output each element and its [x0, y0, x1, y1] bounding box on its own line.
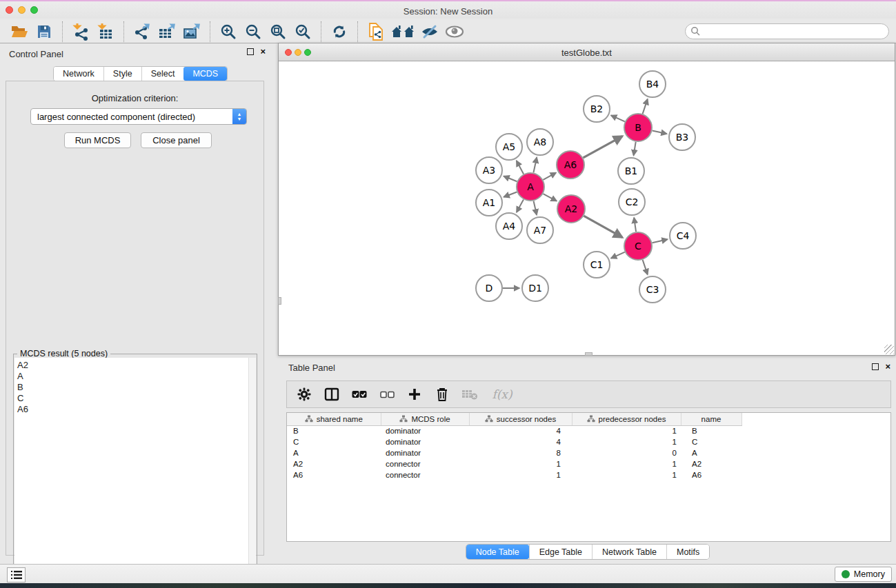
table-cell[interactable]: 1: [469, 458, 572, 469]
zoom-in-icon[interactable]: [218, 22, 239, 41]
graph-node-B2[interactable]: B2: [584, 96, 610, 122]
table-cell[interactable]: 4: [469, 425, 572, 436]
table-row[interactable]: A2connector11A2: [287, 458, 890, 469]
graph-edge-A-A1[interactable]: [504, 192, 517, 197]
graph-node-C3[interactable]: C3: [639, 276, 666, 303]
graph-node-B3[interactable]: B3: [669, 124, 695, 150]
tab-style[interactable]: Style: [103, 67, 141, 81]
table-cell[interactable]: dominator: [381, 436, 469, 447]
table-cell[interactable]: A2: [681, 458, 741, 469]
graph-edge-B-B1[interactable]: [634, 142, 636, 156]
delete-column-trash-icon[interactable]: [433, 385, 451, 403]
resize-grip-icon[interactable]: [884, 345, 894, 354]
graph-node-B1[interactable]: B1: [618, 158, 644, 184]
left-gripper[interactable]: [278, 297, 281, 305]
graph-node-D[interactable]: D: [476, 275, 502, 301]
graph-node-A7[interactable]: A7: [527, 217, 553, 243]
graph-edge-A2-C[interactable]: [584, 216, 622, 237]
column-header-name[interactable]: name: [681, 413, 741, 425]
graph-edge-C-C4[interactable]: [652, 239, 667, 243]
table-cell[interactable]: 1: [572, 436, 681, 447]
import-network-icon[interactable]: [70, 22, 91, 41]
add-column-icon[interactable]: [406, 385, 424, 403]
table-cell[interactable]: 1: [572, 425, 681, 436]
column-settings-gear-icon[interactable]: [295, 385, 313, 403]
mcds-result-item[interactable]: B: [17, 382, 248, 393]
graph-node-A5[interactable]: A5: [496, 134, 522, 160]
graph-node-C4[interactable]: C4: [670, 223, 696, 249]
table-cell[interactable]: A6: [287, 469, 381, 480]
column-header-mcds-role[interactable]: MCDS role: [381, 413, 469, 425]
graph-edge-C-C2[interactable]: [634, 218, 636, 232]
close-panel-button[interactable]: Close panel: [141, 132, 212, 148]
table-cell[interactable]: B: [287, 425, 381, 436]
first-neighbors-icon[interactable]: [390, 22, 415, 41]
graph-node-A8[interactable]: A8: [527, 129, 553, 155]
bottom-gripper[interactable]: [585, 352, 593, 356]
graph-node-B4[interactable]: B4: [639, 71, 666, 97]
search-input[interactable]: [701, 25, 888, 38]
graph-edge-A-A2[interactable]: [543, 194, 556, 201]
graph-node-A3[interactable]: A3: [476, 157, 502, 183]
table-cell[interactable]: 4: [469, 436, 572, 447]
memory-button[interactable]: Memory: [835, 567, 892, 582]
column-header-predecessor-nodes[interactable]: predecessor nodes: [572, 413, 681, 425]
mcds-result-item[interactable]: A2: [17, 360, 248, 371]
graph-edge-A-A5[interactable]: [517, 161, 524, 174]
graph-edge-C-C1[interactable]: [611, 252, 625, 258]
column-header-shared-name[interactable]: shared name: [287, 413, 381, 425]
show-all-icon[interactable]: [444, 22, 465, 41]
table-cell[interactable]: 8: [469, 447, 572, 458]
float-panel-icon[interactable]: [247, 48, 254, 55]
graph-edge-A-A6[interactable]: [543, 173, 556, 180]
table-cell[interactable]: dominator: [381, 425, 469, 436]
export-network-icon[interactable]: [132, 22, 152, 41]
graph-edge-A-A7[interactable]: [534, 201, 537, 214]
result-scrollbar[interactable]: [248, 358, 256, 587]
table-cell[interactable]: A6: [681, 469, 741, 480]
table-cell[interactable]: A2: [287, 458, 381, 469]
graph-edge-B-B3[interactable]: [653, 130, 667, 134]
float-table-panel-icon[interactable]: [872, 363, 879, 370]
criterion-dropdown[interactable]: largest connected component (directed) ▲…: [30, 108, 247, 125]
mcds-result-item[interactable]: A6: [17, 404, 248, 415]
graph-node-A1[interactable]: A1: [476, 190, 502, 216]
task-history-button[interactable]: [7, 567, 26, 582]
split-view-icon[interactable]: [323, 385, 341, 403]
refresh-layout-icon[interactable]: [329, 22, 350, 41]
search-field[interactable]: [685, 23, 889, 39]
delete-table-icon[interactable]: [461, 385, 479, 403]
tab-edge-table[interactable]: Edge Table: [529, 545, 592, 559]
network-canvas[interactable]: B4B2BB3A8A5A6A3B1AC2A1A2A4A7C4CC1DD1C3: [279, 61, 895, 355]
table-row[interactable]: Adominator80A: [287, 447, 890, 458]
graph-node-A6[interactable]: A6: [557, 151, 584, 179]
graph-node-C1[interactable]: C1: [584, 252, 610, 278]
graph-node-A4[interactable]: A4: [496, 213, 522, 239]
table-cell[interactable]: connector: [381, 458, 469, 469]
run-mcds-button[interactable]: Run MCDS: [64, 132, 131, 148]
tab-network[interactable]: Network: [54, 67, 103, 81]
export-image-icon[interactable]: [181, 22, 202, 41]
table-cell[interactable]: connector: [381, 469, 469, 480]
zoom-selected-icon[interactable]: [292, 22, 313, 41]
graph-edge-A-A4[interactable]: [517, 199, 524, 212]
hide-selected-icon[interactable]: [419, 22, 440, 41]
table-cell[interactable]: dominator: [381, 447, 469, 458]
table-row[interactable]: Bdominator41B: [287, 425, 890, 436]
close-panel-icon[interactable]: ×: [260, 48, 266, 55]
table-cell[interactable]: 1: [572, 458, 681, 469]
save-session-icon[interactable]: [34, 22, 54, 41]
tab-select[interactable]: Select: [141, 67, 184, 81]
function-builder-icon[interactable]: f(x): [488, 385, 516, 403]
graph-node-C[interactable]: C: [624, 232, 652, 260]
close-table-panel-icon[interactable]: ×: [885, 363, 890, 370]
graph-node-A2[interactable]: A2: [557, 195, 585, 223]
graph-edge-B-B2[interactable]: [611, 115, 625, 121]
graph-node-D1[interactable]: D1: [522, 275, 548, 301]
table-cell[interactable]: A: [681, 447, 741, 458]
graph-edge-B-B4[interactable]: [643, 99, 648, 114]
graph-node-C2[interactable]: C2: [619, 189, 645, 215]
table-cell[interactable]: B: [681, 425, 741, 436]
tab-motifs[interactable]: Motifs: [666, 545, 709, 559]
tab-node-table[interactable]: Node Table: [466, 545, 529, 559]
